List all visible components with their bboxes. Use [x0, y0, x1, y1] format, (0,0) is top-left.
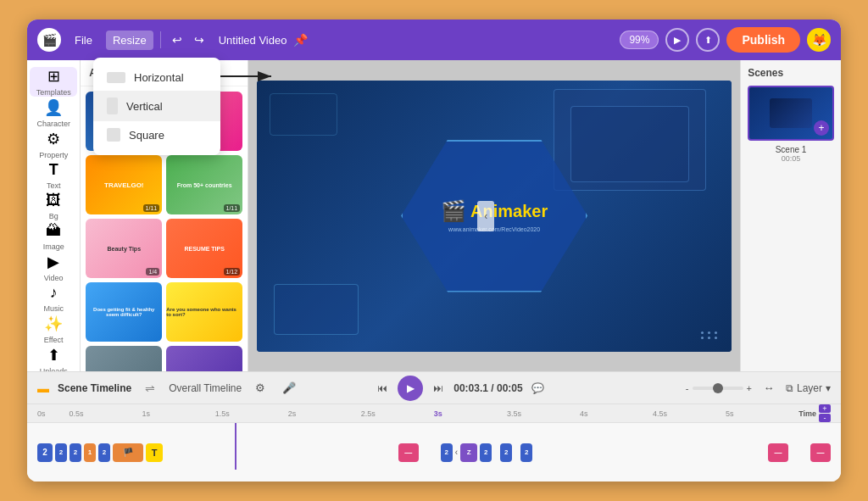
template-badge: 1/11	[143, 204, 160, 212]
zoom-slider[interactable]	[693, 387, 743, 390]
sidebar-item-character[interactable]: 👤 Character	[30, 98, 77, 128]
layer-icon: ⧉	[786, 382, 793, 394]
publish-button[interactable]: Publish	[726, 27, 800, 53]
timeline-section: ▬ Scene Timeline ⇌ Overall Timeline ⚙ 🎤 …	[27, 371, 841, 482]
character-icon: 👤	[44, 98, 63, 117]
vertical-label: Vertical	[126, 100, 163, 113]
sidebar-item-property[interactable]: ⚙ Property	[30, 130, 77, 159]
zoom-in-button[interactable]: +	[747, 383, 752, 393]
track-block-6[interactable]: Z	[460, 443, 477, 462]
expand-icon[interactable]: ↔	[759, 378, 779, 398]
ruler-4s: 4s	[580, 409, 653, 418]
sidebar-item-effect[interactable]: ✨ Effect	[30, 315, 77, 344]
scene-1-thumbnail[interactable]: +	[748, 86, 834, 141]
template-badge: 1/11	[224, 204, 241, 212]
time-minus-button[interactable]: -	[819, 414, 831, 422]
template-item-7[interactable]: Does getting fit & healthy seem difficul…	[86, 282, 162, 342]
sidebar-item-video[interactable]: ▶ Video	[30, 253, 77, 282]
layer-button[interactable]: ⧉ Layer ▾	[786, 382, 831, 394]
track-block-pink-2[interactable]: —	[768, 443, 788, 462]
captions-button[interactable]: 💬	[528, 378, 548, 398]
play-main-button[interactable]: ▶	[398, 376, 423, 401]
add-scene-button[interactable]: +	[814, 120, 829, 136]
ruler-2-5s: 2.5s	[361, 409, 434, 418]
template-badge: 1/12	[224, 268, 241, 276]
menu-resize[interactable]: Resize	[106, 31, 153, 50]
settings-timeline-icon[interactable]: ⚙	[250, 378, 270, 398]
timeline-controls: ▬ Scene Timeline ⇌ Overall Timeline ⚙ 🎤 …	[27, 372, 841, 404]
template-item-5[interactable]: Beauty Tips 1/4	[86, 219, 162, 278]
sidebar-item-text[interactable]: T Text	[30, 161, 77, 190]
pin-icon[interactable]: 📌	[293, 33, 308, 47]
avatar[interactable]: 🦊	[807, 28, 831, 52]
templates-label: Templates	[36, 88, 71, 97]
track-block-2[interactable]: 2	[55, 443, 67, 462]
transport-controls: ⏮ ▶ ⏭ 00:03.1 / 00:05 💬	[372, 376, 548, 401]
ruler-4-5s: 4.5s	[653, 409, 726, 418]
divider	[160, 31, 161, 48]
animaker-logo: 🎬 Animaker www.animaker.com/RecVideo2020	[441, 199, 548, 232]
template-item-8[interactable]: Are you someone who wants to sort?	[166, 282, 242, 342]
dropdown-item-vertical[interactable]: Vertical	[93, 91, 220, 121]
dropdown-item-square[interactable]: Square	[93, 121, 220, 148]
template-item-6[interactable]: RESUME TIPS 1/12	[166, 219, 242, 278]
redo-button[interactable]: ↪	[190, 31, 209, 49]
track-block-5[interactable]: 2	[441, 443, 453, 462]
uploads-icon: ⬆	[47, 346, 60, 365]
track-block-pink-1[interactable]: —	[398, 443, 419, 462]
ruler-0s: 0s	[37, 409, 46, 418]
square-label: Square	[129, 129, 164, 142]
overall-timeline-tab[interactable]: Overall Timeline	[169, 382, 242, 394]
mic-icon[interactable]: 🎤	[279, 378, 299, 398]
track-block-4[interactable]: 2	[98, 443, 110, 462]
music-icon: ♪	[50, 284, 58, 302]
template-item-4[interactable]: From 50+ countries 1/11	[166, 155, 242, 214]
dropdown-item-horizontal[interactable]: Horizontal	[93, 64, 220, 91]
ruler-1s: 1s	[142, 409, 215, 418]
text-icon: T	[49, 161, 58, 179]
track-block-3[interactable]: 2	[70, 443, 81, 462]
text-label: Text	[47, 181, 61, 190]
menu-file[interactable]: File	[68, 31, 99, 50]
scene-timeline-tab[interactable]: Scene Timeline	[58, 382, 131, 394]
zoom-out-button[interactable]: -	[686, 383, 689, 393]
timeline-overall-icon: ⇌	[140, 378, 160, 398]
play-preview-button[interactable]: ▶	[665, 28, 689, 52]
effect-label: Effect	[44, 336, 64, 344]
current-time: 00:03.1	[453, 382, 488, 394]
track-block-1[interactable]: 2	[37, 443, 53, 462]
sidebar-item-bg[interactable]: 🖼 Bg	[30, 192, 77, 220]
share-button[interactable]: ⬆	[696, 28, 720, 52]
track-block-7[interactable]: 2	[480, 443, 492, 462]
undo-button[interactable]: ↩	[168, 31, 186, 49]
track-block-flag[interactable]: 🏴	[113, 443, 143, 462]
scene-1-label: Scene 1	[748, 145, 834, 154]
canvas-left-nav[interactable]: ‹	[477, 201, 494, 231]
playhead	[235, 423, 236, 470]
template-item-3[interactable]: TRAVELGO! 1/11	[86, 155, 162, 214]
app-logo[interactable]: 🎬	[37, 28, 61, 52]
skip-back-button[interactable]: ⏮	[372, 378, 392, 398]
track-block-9[interactable]: 2	[520, 443, 532, 462]
square-icon	[107, 128, 120, 142]
property-label: Property	[39, 151, 68, 159]
effect-icon: ✨	[44, 315, 63, 333]
time-separator: /	[491, 382, 497, 394]
sidebar-item-templates[interactable]: ⊞ Templates	[30, 67, 77, 97]
template-item-10[interactable]: Employee Referral Program 1/12	[166, 346, 242, 371]
sidebar-item-music[interactable]: ♪ Music	[30, 284, 77, 313]
track-block-t[interactable]: T	[146, 443, 163, 462]
track-block-pink-3[interactable]: —	[810, 443, 831, 462]
layer-label: Layer	[797, 382, 822, 394]
main-content: ⊞ Templates 👤 Character ⚙ Property T Tex…	[27, 60, 841, 371]
horizontal-icon	[107, 72, 125, 83]
template-badge: 1/4	[146, 268, 159, 276]
time-plus-button[interactable]: +	[819, 404, 831, 413]
sidebar-item-image[interactable]: 🏔 Image	[30, 222, 77, 251]
track-block-orange-1[interactable]: 1	[84, 443, 96, 462]
sidebar-item-uploads[interactable]: ⬆ Uploads	[30, 346, 77, 371]
track-block-8[interactable]: 2	[500, 443, 512, 462]
template-item-9[interactable]: This is Asha from Organi... 1/4	[86, 346, 162, 371]
skip-forward-button[interactable]: ⏭	[428, 378, 448, 398]
image-label: Image	[43, 242, 64, 251]
